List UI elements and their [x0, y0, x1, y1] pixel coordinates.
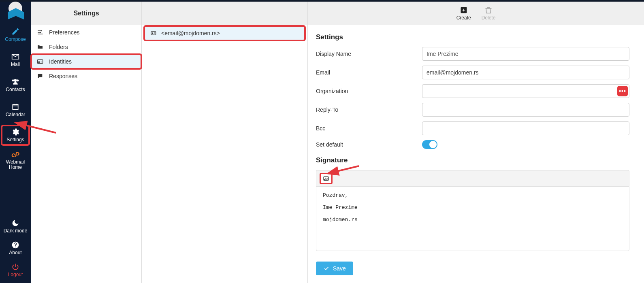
toolbar-label: Delete — [482, 15, 496, 21]
save-button[interactable]: Save — [316, 262, 353, 275]
signature-section-title: Signature — [316, 156, 629, 164]
rail-label: Logout — [8, 272, 23, 277]
org-more-button[interactable]: ••• — [617, 86, 628, 96]
settings-item-label: Responses — [49, 73, 77, 79]
input-bcc[interactable] — [422, 121, 629, 135]
row-bcc: Bcc — [316, 121, 629, 135]
identity-form: Settings Display Name Email Organization… — [308, 25, 644, 283]
rail-label: Settings — [6, 137, 24, 143]
svg-point-1 — [12, 79, 14, 81]
app-logo — [7, 4, 24, 19]
svg-point-0 — [17, 79, 19, 81]
compose-icon — [11, 28, 20, 36]
identity-item[interactable]: <email@mojdomen.rs> — [144, 26, 305, 40]
calendar-icon — [11, 103, 20, 111]
label-set-default: Set default — [316, 141, 422, 148]
rail-label: About — [9, 250, 21, 255]
delete-button[interactable]: Delete — [482, 6, 496, 21]
users-icon — [11, 78, 20, 86]
input-organization[interactable] — [422, 84, 629, 98]
rail-bottom-group: Dark mode About Logout — [2, 214, 29, 283]
signature-textarea[interactable] — [316, 186, 629, 251]
save-label: Save — [333, 265, 346, 272]
settings-section-title: Settings — [316, 33, 629, 41]
toggle-set-default[interactable] — [422, 140, 437, 149]
input-email[interactable] — [422, 66, 629, 79]
settings-item-label: Identities — [49, 58, 72, 65]
rail-mail[interactable]: Mail — [2, 50, 29, 70]
toolbar-label: Create — [456, 15, 471, 21]
moon-icon — [11, 219, 20, 227]
folder-icon — [36, 44, 44, 50]
settings-item-identities[interactable]: Identities — [31, 54, 141, 69]
identity-card-icon — [36, 58, 44, 65]
identities-list: <email@mojdomen.rs> — [142, 25, 307, 40]
settings-item-responses[interactable]: Responses — [31, 69, 141, 83]
rail-label: Mail — [11, 62, 20, 67]
input-reply-to[interactable] — [422, 103, 629, 117]
col1-title: Settings — [73, 10, 99, 17]
rail-label: Contacts — [6, 87, 25, 92]
rail-calendar[interactable]: Calendar — [2, 100, 29, 120]
identities-panel: <email@mojdomen.rs> — [142, 2, 308, 283]
row-email: Email — [316, 66, 629, 79]
question-icon — [11, 241, 20, 249]
label-reply-to: Reply-To — [316, 106, 422, 113]
col1-header: Settings — [31, 2, 141, 25]
identity-toolbar: Create Delete — [308, 2, 644, 25]
sliders-icon — [36, 29, 44, 36]
envelope-icon — [11, 53, 20, 61]
signature-toolbar — [316, 170, 629, 186]
label-email: Email — [316, 69, 422, 76]
settings-item-folders[interactable]: Folders — [31, 40, 141, 54]
rail-label: Compose — [5, 36, 26, 42]
toggle-knob — [429, 141, 437, 148]
chat-icon — [36, 73, 44, 79]
row-display-name: Display Name — [316, 47, 629, 61]
rail-logout[interactable]: Logout — [2, 260, 29, 280]
label-bcc: Bcc — [316, 125, 422, 132]
rail-webmail-home[interactable]: cP Webmail Home — [2, 149, 29, 172]
identity-card-icon — [150, 30, 157, 36]
nav-rail: Compose Mail Contacts Calendar Settings … — [0, 2, 31, 283]
rail-label: Calendar — [6, 112, 26, 117]
plus-square-icon — [459, 6, 468, 14]
settings-item-preferences[interactable]: Preferences — [31, 25, 141, 40]
rail-label: Dark mode — [4, 228, 28, 234]
rail-about[interactable]: About — [2, 238, 29, 258]
svg-point-4 — [41, 34, 43, 35]
svg-rect-7 — [151, 32, 156, 35]
gear-icon — [11, 128, 20, 136]
svg-rect-5 — [37, 60, 43, 63]
image-icon — [322, 175, 330, 182]
create-button[interactable]: Create — [456, 6, 471, 21]
power-icon — [11, 263, 20, 271]
row-reply-to: Reply-To — [316, 103, 629, 117]
rail-compose[interactable]: Compose — [2, 25, 29, 45]
trash-icon — [484, 6, 493, 14]
svg-point-2 — [41, 30, 42, 32]
cpanel-icon: cP — [11, 151, 19, 159]
svg-point-3 — [40, 32, 41, 33]
app-root: Compose Mail Contacts Calendar Settings … — [0, 2, 644, 283]
row-organization: Organization ••• — [316, 84, 629, 98]
input-display-name[interactable] — [422, 47, 629, 61]
settings-list: Preferences Folders Identities Responses — [31, 25, 141, 83]
settings-item-label: Preferences — [49, 29, 79, 36]
label-display-name: Display Name — [316, 51, 422, 57]
check-icon — [323, 266, 330, 271]
rail-label: Webmail Home — [2, 160, 29, 170]
rail-dark-mode[interactable]: Dark mode — [2, 217, 29, 236]
ellipsis-icon: ••• — [619, 88, 626, 94]
row-set-default: Set default — [316, 140, 629, 149]
identity-form-panel: Create Delete Settings Display Name Emai… — [308, 2, 644, 283]
identity-label: <email@mojdomen.rs> — [161, 30, 220, 36]
label-organization: Organization — [316, 88, 422, 94]
rail-settings[interactable]: Settings — [2, 126, 29, 145]
svg-point-11 — [325, 177, 326, 178]
col2-header — [142, 2, 307, 25]
signature-html-toggle[interactable] — [320, 173, 333, 184]
settings-item-label: Folders — [49, 44, 68, 50]
rail-contacts[interactable]: Contacts — [2, 75, 29, 95]
settings-sections-panel: Settings Preferences Folders Identities … — [31, 2, 142, 283]
